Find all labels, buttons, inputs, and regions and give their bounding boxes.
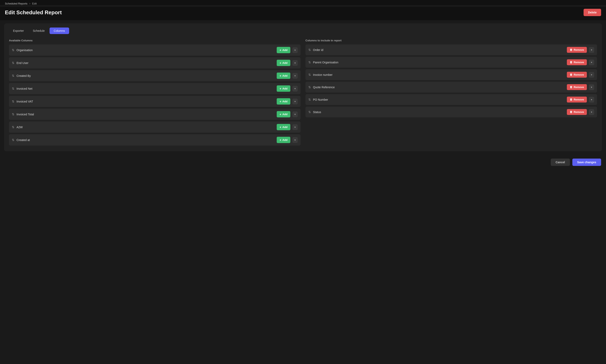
sort-icon xyxy=(308,73,311,76)
plus-icon: + xyxy=(279,61,281,65)
tab-exporter[interactable]: Exporter xyxy=(9,27,28,34)
save-changes-button[interactable]: Save changes xyxy=(572,158,601,166)
delete-button[interactable]: Delete xyxy=(584,9,601,16)
tab-schedule[interactable]: Schedule xyxy=(29,27,49,34)
sort-icon xyxy=(12,126,14,129)
available-columns-section: Available Columns Organisation + Add ▾ E… xyxy=(9,39,301,145)
page-header: Edit Scheduled Report Delete xyxy=(0,7,606,20)
plus-icon: + xyxy=(279,48,281,52)
plus-icon: + xyxy=(279,74,281,78)
item-label: Quote Reference xyxy=(313,86,565,89)
breadcrumb-current: Edit xyxy=(32,2,37,5)
list-item: Invoiced VAT + Add ▾ xyxy=(9,96,301,107)
item-label: Parent Organisation xyxy=(313,61,565,64)
item-label: Status xyxy=(313,110,565,114)
chevron-invoiced-vat-button[interactable]: ▾ xyxy=(292,99,298,104)
remove-status-button[interactable]: 🗑 Remove xyxy=(567,109,587,115)
chevron-organisation-button[interactable]: ▾ xyxy=(292,47,298,53)
plus-icon: + xyxy=(279,113,281,116)
chevron-order-id-button[interactable]: ▾ xyxy=(589,47,594,53)
item-label: End User xyxy=(16,61,275,65)
breadcrumb-separator: > xyxy=(29,2,31,5)
sort-icon xyxy=(12,100,14,103)
add-invoiced-total-button[interactable]: + Add xyxy=(277,111,290,117)
sort-icon xyxy=(308,48,311,51)
trash-icon: 🗑 xyxy=(570,110,572,114)
remove-po-number-button[interactable]: 🗑 Remove xyxy=(567,97,587,103)
chevron-created-by-button[interactable]: ▾ xyxy=(292,73,298,79)
chevron-a2w-button[interactable]: ▾ xyxy=(292,124,298,130)
chevron-quote-reference-button[interactable]: ▾ xyxy=(589,84,594,90)
tabs-bar: Exporter Schedule Columns xyxy=(9,27,597,34)
list-item: PO Number 🗑 Remove ▾ xyxy=(305,94,597,105)
list-item: Created By + Add ▾ xyxy=(9,70,301,81)
add-invoiced-net-button[interactable]: + Add xyxy=(277,85,290,92)
chevron-created-at-button[interactable]: ▾ xyxy=(292,137,298,143)
sort-icon xyxy=(12,74,14,77)
columns-layout: Available Columns Organisation + Add ▾ E… xyxy=(9,39,597,145)
available-columns-title: Available Columns xyxy=(9,39,301,42)
sort-icon xyxy=(12,138,14,142)
sort-icon xyxy=(12,61,14,65)
remove-invoice-number-button[interactable]: 🗑 Remove xyxy=(567,72,587,78)
trash-icon: 🗑 xyxy=(570,48,572,51)
plus-icon: + xyxy=(279,87,281,90)
sort-icon xyxy=(308,98,311,101)
chevron-invoiced-total-button[interactable]: ▾ xyxy=(292,112,298,117)
list-item: Invoiced Net + Add ▾ xyxy=(9,83,301,94)
trash-icon: 🗑 xyxy=(570,98,572,101)
list-item: Status 🗑 Remove ▾ xyxy=(305,107,597,117)
tab-columns[interactable]: Columns xyxy=(50,27,69,34)
item-label: Invoiced Total xyxy=(16,113,275,116)
main-card: Exporter Schedule Columns Available Colu… xyxy=(4,24,602,151)
trash-icon: 🗑 xyxy=(570,86,572,89)
sort-icon xyxy=(12,113,14,116)
item-label: Organisation xyxy=(16,49,275,52)
add-created-at-button[interactable]: + Add xyxy=(277,137,290,143)
remove-order-id-button[interactable]: 🗑 Remove xyxy=(567,47,587,53)
cancel-button[interactable]: Cancel xyxy=(551,158,570,166)
item-label: Invoiced Net xyxy=(16,87,275,90)
list-item: Quote Reference 🗑 Remove ▾ xyxy=(305,82,597,92)
chevron-invoiced-net-button[interactable]: ▾ xyxy=(292,86,298,91)
add-a2w-button[interactable]: + Add xyxy=(277,124,290,130)
chevron-invoice-number-button[interactable]: ▾ xyxy=(589,72,594,78)
list-item: Order id 🗑 Remove ▾ xyxy=(305,44,597,55)
plus-icon: + xyxy=(279,100,281,103)
available-columns-list: Organisation + Add ▾ End User + Add ▾ xyxy=(9,44,301,145)
included-columns-section: Columns to include in report Order id 🗑 … xyxy=(305,39,597,145)
included-columns-list: Order id 🗑 Remove ▾ Parent Organisation … xyxy=(305,44,597,117)
chevron-po-number-button[interactable]: ▾ xyxy=(589,97,594,103)
chevron-status-button[interactable]: ▾ xyxy=(589,109,594,115)
page-title: Edit Scheduled Report xyxy=(5,9,62,16)
trash-icon: 🗑 xyxy=(570,61,572,64)
add-organisation-button[interactable]: + Add xyxy=(277,47,290,53)
add-end-user-button[interactable]: + Add xyxy=(277,60,290,66)
add-invoiced-vat-button[interactable]: + Add xyxy=(277,98,290,104)
item-label: Created By xyxy=(16,74,275,78)
sort-icon xyxy=(12,49,14,52)
chevron-end-user-button[interactable]: ▾ xyxy=(292,60,298,66)
remove-quote-reference-button[interactable]: 🗑 Remove xyxy=(567,84,587,90)
chevron-parent-org-button[interactable]: ▾ xyxy=(589,60,594,65)
item-label: PO Number xyxy=(313,98,565,101)
item-label: Created at xyxy=(16,138,275,142)
plus-icon: + xyxy=(279,125,281,129)
sort-icon xyxy=(308,110,311,114)
list-item: End User + Add ▾ xyxy=(9,57,301,68)
breadcrumb: Scheduled Reports > Edit xyxy=(5,2,601,5)
item-label: Invoiced VAT xyxy=(16,100,275,103)
remove-parent-org-button[interactable]: 🗑 Remove xyxy=(567,59,587,65)
plus-icon: + xyxy=(279,138,281,142)
list-item: Parent Organisation 🗑 Remove ▾ xyxy=(305,57,597,68)
add-created-by-button[interactable]: + Add xyxy=(277,73,290,79)
breadcrumb-parent[interactable]: Scheduled Reports xyxy=(5,2,27,5)
list-item: Invoiced Total + Add ▾ xyxy=(9,109,301,120)
item-label: Order id xyxy=(313,48,565,52)
sort-icon xyxy=(308,86,311,89)
sort-icon xyxy=(12,87,14,90)
included-columns-title: Columns to include in report xyxy=(305,39,597,42)
item-label: Invoice number xyxy=(313,73,565,77)
item-label: A2W xyxy=(16,126,275,129)
sort-icon xyxy=(308,61,311,64)
